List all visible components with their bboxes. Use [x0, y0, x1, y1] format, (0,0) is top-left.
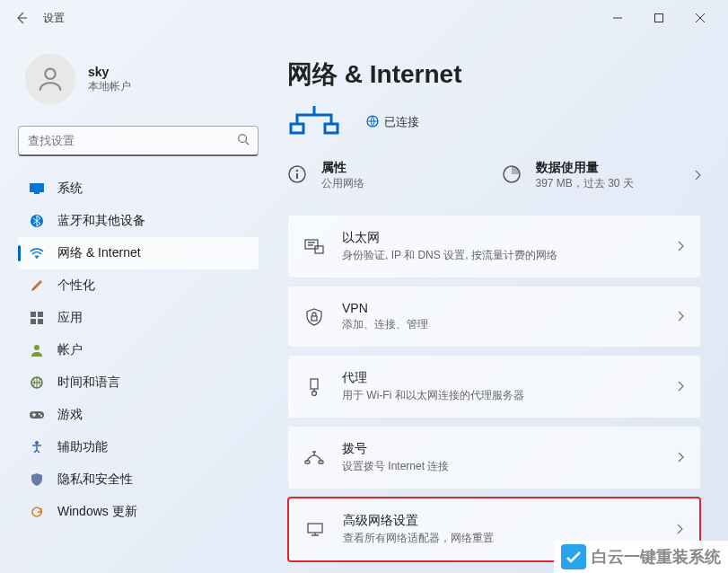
svg-rect-1 — [655, 14, 663, 22]
brush-icon — [29, 278, 45, 294]
close-icon — [696, 13, 705, 22]
chevron-right-icon — [677, 379, 684, 395]
chevron-right-icon — [676, 522, 683, 538]
svg-rect-37 — [308, 524, 322, 533]
ethernet-icon — [304, 239, 324, 255]
sidebar-item-label: 个性化 — [57, 278, 95, 294]
svg-rect-31 — [315, 246, 323, 253]
card-title: 以太网 — [342, 230, 557, 246]
maximize-button[interactable] — [638, 4, 680, 32]
back-arrow-icon — [14, 11, 29, 25]
sidebar-item-gaming[interactable]: 游戏 — [18, 399, 259, 431]
data-usage-title: 数据使用量 — [536, 160, 634, 176]
svg-line-6 — [246, 142, 250, 145]
avatar — [25, 54, 75, 104]
watermark-text: 白云一键重装系统 — [592, 546, 721, 568]
page-title: 网络 & Internet — [287, 57, 701, 92]
user-block[interactable]: sky 本地帐户 — [18, 36, 259, 126]
search-input[interactable] — [18, 126, 259, 156]
svg-rect-17 — [30, 411, 44, 419]
maximize-icon — [654, 13, 663, 22]
network-status-icon — [287, 102, 341, 142]
properties-sub: 公用网络 — [321, 176, 364, 191]
svg-rect-21 — [33, 413, 35, 417]
watermark: 白云一键重装系统 — [554, 541, 728, 573]
shield-icon — [29, 472, 45, 488]
properties-title: 属性 — [321, 160, 364, 176]
card-vpn[interactable]: VPN 添加、连接、管理 — [287, 286, 701, 348]
sidebar-item-update[interactable]: Windows 更新 — [18, 496, 259, 528]
sidebar-item-label: 游戏 — [57, 407, 83, 423]
properties-block[interactable]: 属性 公用网络 — [287, 160, 487, 191]
sidebar-item-label: 应用 — [57, 310, 83, 326]
accessibility-icon — [29, 439, 45, 455]
sidebar-item-label: 帐户 — [57, 342, 83, 358]
sidebar: sky 本地帐户 系统 蓝牙和其他设备 网络 & Internet 个性化 应用 — [0, 36, 269, 573]
sidebar-item-accessibility[interactable]: 辅助功能 — [18, 431, 259, 463]
card-title: 高级网络设置 — [343, 513, 494, 529]
main-content: 网络 & Internet 已连接 属性 公用网络 数据使用量 — [269, 36, 728, 573]
sidebar-item-network[interactable]: 网络 & Internet — [18, 237, 259, 269]
svg-point-18 — [39, 413, 40, 415]
vpn-shield-icon — [304, 308, 324, 326]
close-button[interactable] — [680, 4, 721, 32]
apps-icon — [29, 310, 45, 326]
sidebar-item-privacy[interactable]: 隐私和安全性 — [18, 463, 259, 496]
globe-time-icon — [29, 375, 45, 391]
advanced-network-icon — [305, 522, 325, 538]
svg-rect-30 — [305, 240, 318, 249]
connected-label: 已连接 — [384, 114, 419, 130]
sidebar-item-bluetooth[interactable]: 蓝牙和其他设备 — [18, 205, 259, 237]
card-sub: 身份验证, IP 和 DNS 设置, 按流量计费的网络 — [342, 248, 557, 263]
user-name: sky — [88, 65, 131, 79]
svg-rect-13 — [31, 319, 36, 324]
svg-rect-24 — [325, 124, 338, 133]
svg-rect-23 — [291, 124, 303, 133]
svg-rect-28 — [296, 173, 298, 179]
window-title: 设置 — [43, 11, 65, 26]
card-ethernet[interactable]: 以太网 身份验证, IP 和 DNS 设置, 按流量计费的网络 — [287, 215, 701, 278]
sidebar-item-personalization[interactable]: 个性化 — [18, 269, 259, 302]
search-icon — [237, 133, 250, 149]
sidebar-item-time-language[interactable]: 时间和语言 — [18, 366, 259, 399]
sidebar-item-accounts[interactable]: 帐户 — [18, 334, 259, 366]
svg-point-34 — [312, 391, 317, 395]
sidebar-item-label: 蓝牙和其他设备 — [57, 213, 145, 229]
card-proxy[interactable]: 代理 用于 Wi-Fi 和以太网连接的代理服务器 — [287, 355, 701, 419]
sidebar-item-label: 网络 & Internet — [57, 245, 141, 261]
display-icon — [29, 181, 45, 197]
proxy-icon — [304, 378, 324, 396]
sidebar-item-label: 系统 — [57, 181, 83, 197]
card-title: VPN — [342, 301, 428, 315]
data-usage-sub: 397 MB，过去 30 天 — [536, 176, 634, 191]
account-icon — [29, 342, 45, 358]
chevron-right-icon — [694, 168, 701, 184]
data-usage-block[interactable]: 数据使用量 397 MB，过去 30 天 — [502, 160, 702, 191]
card-dialup[interactable]: 拨号 设置拨号 Internet 连接 — [287, 426, 701, 489]
info-icon — [287, 164, 309, 188]
globe-icon — [366, 115, 379, 130]
svg-rect-36 — [319, 461, 323, 463]
svg-rect-7 — [30, 183, 44, 192]
card-sub: 设置拨号 Internet 连接 — [342, 459, 449, 474]
svg-rect-32 — [311, 316, 317, 321]
card-sub: 查看所有网络适配器，网络重置 — [343, 531, 494, 546]
svg-point-19 — [40, 415, 42, 417]
svg-point-22 — [35, 441, 39, 445]
minimize-button[interactable] — [597, 4, 638, 32]
svg-rect-8 — [34, 192, 39, 194]
dialup-icon — [304, 451, 324, 465]
svg-rect-12 — [38, 312, 43, 317]
svg-point-27 — [296, 169, 298, 171]
svg-rect-14 — [38, 319, 43, 324]
sidebar-item-apps[interactable]: 应用 — [18, 302, 259, 334]
chevron-right-icon — [677, 450, 684, 466]
bluetooth-icon — [29, 213, 45, 229]
chevron-right-icon — [677, 309, 684, 325]
card-sub: 用于 Wi-Fi 和以太网连接的代理服务器 — [342, 388, 524, 403]
svg-point-5 — [239, 135, 247, 143]
sidebar-item-label: Windows 更新 — [57, 504, 137, 520]
back-button[interactable] — [7, 4, 36, 32]
user-icon — [35, 64, 66, 94]
sidebar-item-system[interactable]: 系统 — [18, 172, 259, 205]
